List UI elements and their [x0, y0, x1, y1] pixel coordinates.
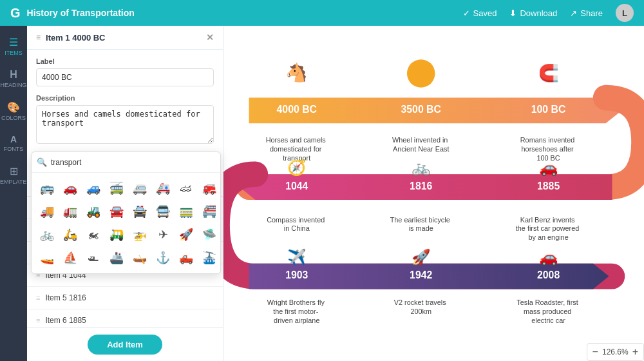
share-button[interactable]: ↗ Share: [570, 8, 603, 18]
icon-picker-item[interactable]: 🛶: [129, 248, 150, 268]
item-panel: ≡ Item 1 4000 BC ✕ Label Description Hor…: [27, 26, 223, 361]
label-input[interactable]: [36, 68, 214, 86]
icon-picker-item[interactable]: 🚍: [153, 201, 173, 222]
svg-text:1903: 1903: [285, 269, 308, 280]
sidebar-heading-label: HEADING: [1, 82, 27, 88]
topbar-actions: ✓ Saved ⬇ Download ↗ Share L: [463, 4, 634, 22]
icon-picker-item[interactable]: 🚚: [37, 201, 57, 222]
download-label: Download: [520, 8, 557, 18]
icon-grid: 🚌🚗🚙🚎🚐🚑🏎🚒🚚🚛🚜🚘🚔🚍🚃🚝🚲🛵🏍🛺🚁✈🚀🛸🚤⛵🛥🚢🛶⚓🛻🚠: [32, 173, 220, 273]
drag-handle-icon: ≡: [36, 294, 40, 302]
topbar-left: G History of Transportation: [10, 6, 135, 21]
add-area: Add Item: [27, 327, 223, 361]
icon-sidebar: ☰ ITEMS H HEADING 🎨 COLORS A FONTS ⊞ TEM…: [0, 26, 27, 361]
share-label: Share: [580, 8, 603, 18]
sidebar-item-colors[interactable]: 🎨 COLORS: [0, 96, 27, 126]
icon-picker-item[interactable]: 🛸: [199, 224, 220, 245]
download-button[interactable]: ⬇ Download: [509, 8, 557, 18]
zoom-bar: − 126.6% +: [587, 343, 644, 361]
svg-text:Horses and camels
        dome: Horses and camels domesticated for trans…: [266, 136, 328, 162]
icon-picker-item[interactable]: 🚤: [37, 248, 57, 268]
icon-picker-item[interactable]: 🚲: [37, 224, 57, 245]
icon-picker-item[interactable]: 🚙: [83, 178, 104, 199]
icon-picker-item[interactable]: 🛺: [106, 224, 127, 245]
label-field-label: Label: [36, 57, 214, 65]
sidebar-items-label: ITEMS: [5, 50, 23, 56]
list-item-label: Item 6 1885: [45, 316, 86, 325]
icon-picker-item[interactable]: 🚢: [106, 248, 127, 268]
share-icon: ↗: [570, 8, 577, 18]
icon-picker-item[interactable]: 🛥: [83, 248, 104, 268]
icon-picker-item[interactable]: 🏍: [83, 224, 104, 245]
icon-picker-item[interactable]: ⛵: [60, 248, 80, 268]
icon-picker-item[interactable]: 🚔: [129, 201, 150, 222]
timeline-svg: 4000 BC 🐴 Horses and camels domesticated…: [223, 26, 644, 361]
sidebar-item-fonts[interactable]: A FONTS: [0, 129, 27, 157]
sidebar-colors-label: COLORS: [1, 115, 26, 121]
svg-text:100 BC: 100 BC: [531, 104, 566, 115]
svg-text:🧭: 🧭: [287, 159, 307, 177]
icon-picker-item[interactable]: 🚜: [83, 201, 104, 222]
svg-text:🚀: 🚀: [412, 248, 431, 266]
icon-picker-item[interactable]: 🚁: [129, 224, 150, 245]
colors-icon: 🎨: [7, 101, 20, 113]
list-item-label: Item 5 1816: [45, 293, 86, 302]
icon-picker-item[interactable]: 🚐: [129, 178, 150, 199]
svg-text:🧲: 🧲: [538, 63, 560, 83]
zoom-in-button[interactable]: +: [632, 346, 638, 358]
svg-text:Compass invented
        in Ch: Compass invented in China: [267, 216, 327, 233]
svg-text:🚲: 🚲: [412, 159, 431, 177]
fonts-icon: A: [10, 134, 17, 144]
timeline-content: 4000 BC 🐴 Horses and camels domesticated…: [223, 26, 644, 361]
icon-picker-item[interactable]: 🛻: [176, 248, 196, 268]
list-item[interactable]: ≡ Item 5 1816: [27, 287, 223, 309]
icon-search-input[interactable]: [51, 158, 215, 167]
icon-picker-item[interactable]: 🛵: [60, 224, 80, 245]
svg-text:Wright Brothers fly
        th: Wright Brothers fly the first motor- dri…: [267, 298, 327, 324]
icon-picker-item[interactable]: 🚀: [176, 224, 196, 245]
sidebar-item-templates[interactable]: ⊞ TEMPLATES: [0, 160, 27, 190]
drag-handle-icon: ≡: [36, 317, 40, 324]
icon-picker-item[interactable]: 🚠: [199, 248, 220, 268]
items-icon: ☰: [9, 36, 18, 48]
description-group: Description Horses and camels domesticat…: [36, 94, 214, 146]
sidebar-item-heading[interactable]: H HEADING: [0, 64, 27, 93]
icon-picker-item[interactable]: 🚒: [199, 178, 220, 199]
heading-icon: H: [10, 69, 17, 81]
main-layout: ☰ ITEMS H HEADING 🎨 COLORS A FONTS ⊞ TEM…: [0, 26, 644, 361]
sidebar-fonts-label: FONTS: [4, 146, 24, 152]
icon-picker-item[interactable]: 🚌: [37, 178, 57, 199]
svg-text:V2 rocket travels
        200k: V2 rocket travels 200km: [394, 298, 448, 315]
drag-handle-icon: ≡: [36, 33, 41, 42]
svg-text:🚗: 🚗: [539, 248, 558, 266]
description-input[interactable]: Horses and camels domesticated for trans…: [36, 105, 214, 144]
icon-picker-item[interactable]: 🚃: [176, 201, 196, 222]
svg-text:The earliest bicycle
        i: The earliest bicycle is made: [390, 216, 452, 233]
icon-picker-item[interactable]: ⚓: [153, 248, 173, 268]
sidebar-item-items[interactable]: ☰ ITEMS: [0, 31, 27, 61]
icon-picker-item[interactable]: 🚎: [106, 178, 127, 199]
icon-picker-item[interactable]: 🚑: [153, 178, 173, 199]
saved-button[interactable]: ✓ Saved: [463, 8, 497, 18]
add-item-button[interactable]: Add Item: [88, 335, 162, 355]
icon-picker-item[interactable]: ✈: [153, 224, 173, 245]
svg-text:Romans invented
        horses: Romans invented horseshoes after 100 BC: [520, 136, 577, 162]
svg-text:🐴: 🐴: [285, 62, 308, 83]
svg-text:3500 BC: 3500 BC: [401, 104, 440, 115]
icon-picker-item[interactable]: 🚗: [60, 178, 80, 199]
icon-picker-item[interactable]: 🚛: [60, 201, 80, 222]
icon-picker-item[interactable]: 🏎: [176, 178, 196, 199]
icon-picker-item[interactable]: 🚘: [106, 201, 127, 222]
icon-picker-item[interactable]: 🚝: [199, 201, 220, 222]
sidebar-templates-label: TEMPLATES: [0, 179, 30, 185]
item-form-header: ≡ Item 1 4000 BC ✕: [27, 26, 223, 50]
item-close-button[interactable]: ✕: [206, 32, 214, 43]
user-avatar[interactable]: L: [616, 4, 634, 22]
list-item[interactable]: ≡ Item 6 1885: [27, 309, 223, 327]
svg-text:Tesla Roadster, first
        : Tesla Roadster, first mass produced elec…: [516, 298, 580, 324]
zoom-out-button[interactable]: −: [592, 346, 598, 358]
icon-picker-dropdown: 🔍 🚌🚗🚙🚎🚐🚑🏎🚒🚚🚛🚜🚘🚔🚍🚃🚝🚲🛵🏍🛺🚁✈🚀🛸🚤⛵🛥🚢🛶⚓🛻🚠: [31, 151, 221, 274]
svg-text:1885: 1885: [537, 180, 560, 191]
svg-point-4: [407, 59, 435, 88]
svg-text:1816: 1816: [410, 180, 432, 191]
